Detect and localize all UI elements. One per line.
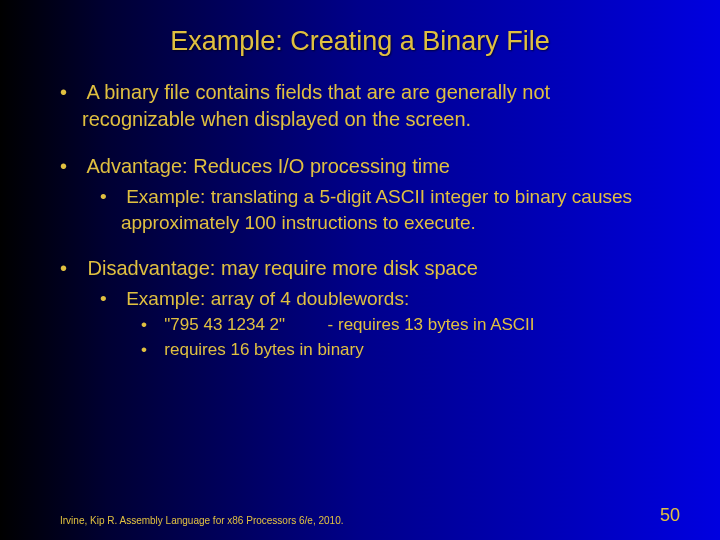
bullet-3a2-text: requires 16 bytes in binary	[164, 340, 363, 359]
bullet-3-text: Disadvantage: may require more disk spac…	[88, 257, 478, 279]
bullet-3a2: requires 16 bytes in binary	[141, 339, 660, 362]
bullet-2a: Example: translating a 5-digit ASCII int…	[100, 184, 660, 235]
bullet-3a-text: Example: array of 4 doublewords:	[126, 288, 409, 309]
slide-title: Example: Creating a Binary File	[0, 0, 720, 67]
page-number: 50	[660, 505, 680, 526]
bullet-2: Advantage: Reduces I/O processing time E…	[60, 153, 660, 235]
footer-citation: Irvine, Kip R. Assembly Language for x86…	[60, 515, 344, 526]
bullet-1-pre: A	[86, 81, 104, 103]
bullet-3a1-text: "795 43 1234 2" - requires 13 bytes in A…	[164, 315, 534, 334]
slide-body: A binary file contains fields that are a…	[0, 67, 720, 362]
bullet-3: Disadvantage: may require more disk spac…	[60, 255, 660, 362]
bullet-1-em: binary file	[104, 81, 190, 103]
bullet-3a1: "795 43 1234 2" - requires 13 bytes in A…	[141, 314, 660, 337]
bullet-2a-text: Example: translating a 5-digit ASCII int…	[121, 186, 632, 233]
bullet-3a: Example: array of 4 doublewords: "795 43…	[100, 286, 660, 362]
bullet-1: A binary file contains fields that are a…	[60, 79, 660, 133]
bullet-2-text: Advantage: Reduces I/O processing time	[86, 155, 450, 177]
slide: Example: Creating a Binary File A binary…	[0, 0, 720, 540]
